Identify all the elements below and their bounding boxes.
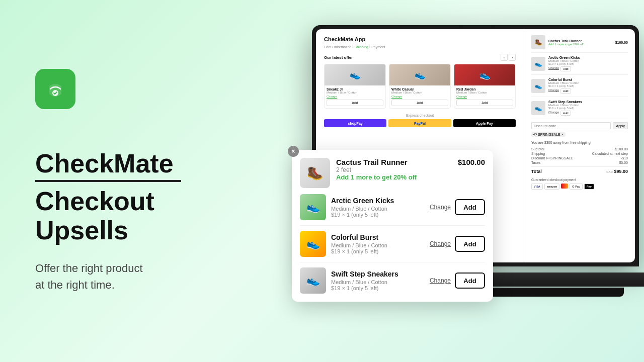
shopPay-btn[interactable]: shopPay (324, 119, 386, 127)
app-icon (35, 69, 75, 109)
float-item-3-info: Swift Step Sneakers Medium / Blue / Cott… (331, 270, 425, 291)
visa-icon: VISA (531, 184, 543, 190)
shipping-notice: You are $300 away from free shipping! (531, 141, 628, 144)
discount-tag: 🏷 SPRINGSALE × (531, 132, 566, 137)
float-item-3-img: 👟 (300, 267, 326, 294)
discount-apply-btn[interactable]: Apply (613, 122, 628, 129)
float-item-1-actions: Change Add (430, 199, 485, 215)
float-main-product: 🥾 Cactus Trail Runner 2 feet Add 1 more … (300, 158, 485, 188)
checkout-sidebar: 🥾 Cactus Trail Runner Add 1 more to get … (524, 29, 635, 262)
float-item-1-img: 👟 (300, 194, 326, 220)
right-panel: CheckMate App Cart › Information › Shipp… (262, 0, 644, 362)
guaranteed-payment-label: Guaranteed checkout payment (531, 178, 628, 182)
sidebar-main-img: 🥾 (531, 35, 545, 49)
float-change-1[interactable]: Change (430, 204, 451, 211)
sidebar-change-1[interactable]: Change (548, 66, 559, 71)
float-item-2-img: 👟 (300, 231, 326, 257)
float-item-2-actions: Change Add (430, 236, 485, 252)
float-add-1[interactable]: Add (455, 199, 485, 215)
sidebar-upsell-1: 👟 Arctic Green Kicks Medium / Blue / Cot… (531, 56, 628, 75)
taxes-row: Taxes $5.00 (531, 161, 628, 164)
float-item-1-info: Arctic Green Kicks Medium / Blue / Cotto… (331, 197, 425, 218)
sidebar-upsell-3: 👟 Swift Step Sneakers Medium / Blue / Co… (531, 100, 628, 119)
float-main-info: Cactus Trail Runner 2 feet Add 1 more to… (336, 158, 452, 188)
discount-row: Apply (531, 122, 628, 129)
float-add-2[interactable]: Add (455, 236, 485, 252)
product-card-2: 👟 White Casual Medium / Blue / Cotton Ch… (389, 64, 451, 109)
float-item-2-info: Colorful Burst Medium / Blue / Cotton $1… (331, 233, 425, 254)
sidebar-add-1[interactable]: Add (560, 66, 571, 71)
discount-input[interactable] (531, 122, 611, 129)
breadcrumb: Cart › Information › Shipping › Payment (324, 45, 516, 49)
applepay-btn[interactable]: Apple Pay (453, 119, 516, 127)
tagline: Offer the right product at the right tim… (35, 260, 231, 293)
sidebar-upsell-1-img: 👟 (531, 57, 545, 71)
gpay-icon: G Pay (570, 184, 583, 190)
totals-section: Subtotal $100.00 Shipping Calculated at … (531, 147, 628, 174)
sidebar-add-2[interactable]: Add (560, 88, 571, 94)
shipping-row: Shipping Calculated at next step (531, 152, 628, 155)
offer-nav[interactable]: ‹ › (501, 54, 516, 61)
product-card-1: 👟 Sneakz Jr Medium / Blue / Cotton Chang… (324, 64, 386, 109)
sidebar-change-3[interactable]: Change (548, 111, 559, 116)
discount-total-row: Discount 🏷 SPRINGSALE -$10 (531, 156, 628, 160)
checkout-app-title: CheckMate App (324, 36, 516, 42)
float-item-3: 👟 Swift Step Sneakers Medium / Blue / Co… (300, 267, 485, 294)
brand-section: CheckMate Checkout Upsells Offer the rig… (35, 149, 231, 293)
laptop-mockup: CheckMate App Cart › Information › Shipp… (302, 25, 644, 317)
float-main-img: 🥾 (300, 158, 330, 188)
brand-subtitle: Checkout Upsells (35, 187, 231, 244)
float-item-2: 👟 Colorful Burst Medium / Blue / Cotton … (300, 231, 485, 262)
sidebar-change-2[interactable]: Change (548, 88, 559, 94)
grand-total-row: Total CAD $95.00 (531, 166, 628, 174)
float-item-3-actions: Change Add (430, 273, 485, 289)
product-card-3: 👟 Red Jordan Medium / Blue / Cotton Chan… (454, 64, 516, 109)
express-checkout-label: Express checkout (324, 114, 516, 117)
main-container: CheckMate Checkout Upsells Offer the rig… (0, 0, 644, 362)
paypal-btn[interactable]: PayPal (388, 119, 451, 127)
applepay-small-icon: Pay (584, 184, 594, 190)
product-cards: 👟 Sneakz Jr Medium / Blue / Cotton Chang… (324, 64, 516, 109)
amazonpay-icon: amazon (544, 184, 559, 190)
float-item-1: 👟 Arctic Green Kicks Medium / Blue / Cot… (300, 194, 485, 226)
left-panel: CheckMate Checkout Upsells Offer the rig… (0, 39, 262, 323)
payment-icons: VISA amazon G Pay Pay (531, 184, 628, 190)
sidebar-add-3[interactable]: Add (560, 111, 571, 116)
next-btn[interactable]: › (509, 54, 516, 61)
offer-header: Our latest offer ‹ › (324, 54, 516, 61)
brand-title: CheckMate (35, 149, 231, 178)
sidebar-upsell-3-img: 👟 (531, 101, 545, 115)
title-underline (35, 180, 181, 182)
sidebar-upsell-2: 👟 Colorful Burst Medium / Blue / Cotton … (531, 78, 628, 97)
close-btn[interactable]: × (288, 146, 299, 157)
sidebar-upsell-2-img: 👟 (531, 79, 545, 93)
prev-btn[interactable]: ‹ (501, 54, 508, 61)
floating-upsell-card: × 🥾 Cactus Trail Runner 2 feet Add 1 mor… (292, 150, 493, 302)
float-change-3[interactable]: Change (430, 277, 451, 284)
sidebar-main-item: 🥾 Cactus Trail Runner Add 1 more to get … (531, 35, 628, 53)
sidebar-main-info: Cactus Trail Runner Add 1 more to get 20… (548, 39, 612, 46)
float-change-2[interactable]: Change (430, 240, 451, 247)
subtotal-row: Subtotal $100.00 (531, 147, 628, 151)
payment-buttons: shopPay PayPal Apple Pay (324, 119, 516, 127)
mastercard-icon (561, 184, 568, 189)
float-add-3[interactable]: Add (455, 273, 485, 289)
